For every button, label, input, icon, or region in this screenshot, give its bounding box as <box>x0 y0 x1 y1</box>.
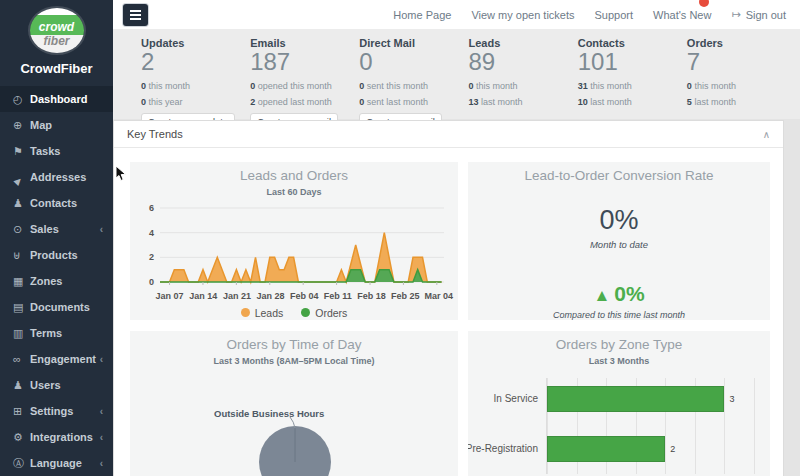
stat-subline-number: 0 <box>687 81 692 91</box>
stat-subline-number: 0 <box>359 97 364 107</box>
nav-link-label: Home Page <box>393 9 451 21</box>
sidebar-item-documents[interactable]: ▤Documents <box>0 294 113 320</box>
stat-subline-number: 0 <box>250 81 255 91</box>
x-tick-label: Jan 21 <box>223 291 251 301</box>
bar-pre-registration[interactable] <box>547 436 665 462</box>
sidebar-item-contacts[interactable]: ♟Contacts <box>0 190 113 216</box>
pie-circle <box>259 426 331 476</box>
bar-chart: In ServicePre-Registration 32 <box>468 378 754 474</box>
nav-link-home-page[interactable]: Home Page <box>393 9 451 21</box>
time-of-day-title: Orders by Time of Day <box>130 337 458 352</box>
stat-label: Orders <box>687 37 796 49</box>
conversion-rate-panel: Lead-to-Order Conversion Rate 0% Month t… <box>468 162 770 320</box>
map-icon: ⊕ <box>13 119 30 132</box>
sidebar-item-tasks[interactable]: ⚑Tasks <box>0 138 113 164</box>
sidebar-item-label: Addresses <box>30 171 103 183</box>
sidebar-item-label: Zones <box>30 275 103 287</box>
grid-line <box>754 378 755 474</box>
x-tick-label: Feb 25 <box>391 291 420 301</box>
sidebar-item-label: Dashboard <box>30 93 103 105</box>
sidebar-item-users[interactable]: ♟Users <box>0 372 113 398</box>
stat-subline: 5 last month <box>687 97 796 107</box>
stat-subline: 10 last month <box>578 97 687 107</box>
area-chart-plot[interactable] <box>160 205 446 289</box>
logo-text-top: crowd <box>39 20 74 34</box>
stat-subline: 0 this year <box>141 97 250 107</box>
pie-chart[interactable]: Outside Business Hours During Business H… <box>130 370 458 476</box>
crowdfiber-logo[interactable]: crowd fiber <box>30 8 84 53</box>
bar-in-service[interactable] <box>547 386 724 412</box>
zone-type-subtitle: Last 3 Months <box>468 356 770 366</box>
conversion-title: Lead-to-Order Conversion Rate <box>468 168 770 183</box>
stat-subline-number: 13 <box>469 97 479 107</box>
language-icon: Ⓐ <box>13 456 30 471</box>
leads-orders-panel: Leads and Orders Last 60 Days 0246 Jan 0… <box>130 162 458 320</box>
sidebar-item-addresses[interactable]: ▶Addresses <box>0 164 113 190</box>
y-tick-label: 2 <box>149 252 154 262</box>
addresses-icon: ▶ <box>12 167 31 186</box>
crowdfiber-dashboard: crowd fiber CrowdFiber ◴Dashboard⊕Map⚑Ta… <box>0 0 800 476</box>
sidebar-item-label: Language <box>30 457 100 469</box>
stat-card-contacts: Contacts10131 this month10 last month <box>578 37 687 119</box>
collapse-chevron-icon[interactable]: ∧ <box>763 129 770 140</box>
sidebar-item-zones[interactable]: ▦Zones <box>0 268 113 294</box>
nav-link-what-s-new[interactable]: What's New <box>653 9 711 21</box>
sidebar-item-engagement[interactable]: ∞Engagement‹ <box>0 346 113 372</box>
sidebar-item-label: Integrations <box>30 431 100 443</box>
top-nav: Home PageView my open ticketsSupportWhat… <box>393 8 786 21</box>
sidebar-item-sales[interactable]: ⊙Sales‹ <box>0 216 113 242</box>
stat-subline-number: 0 <box>141 81 146 91</box>
key-trends-body: Leads and Orders Last 60 Days 0246 Jan 0… <box>114 148 783 476</box>
terms-icon: ▥ <box>13 327 30 340</box>
sidebar-item-dashboard[interactable]: ◴Dashboard <box>0 86 113 112</box>
stat-subline-number: 10 <box>578 97 588 107</box>
x-tick-label: Feb 04 <box>290 291 319 301</box>
sidebar-item-label: Contacts <box>30 197 103 209</box>
y-tick-label: 0 <box>149 277 154 287</box>
sales-icon: ⊙ <box>13 223 30 236</box>
menu-toggle-button[interactable] <box>123 4 148 26</box>
stat-label: Direct Mail <box>359 37 468 49</box>
stat-subline: 0 sent this month <box>359 81 468 91</box>
legend-dot-icon <box>241 308 250 317</box>
users-icon: ♟ <box>13 379 30 392</box>
sidebar-item-terms[interactable]: ▥Terms <box>0 320 113 346</box>
stat-value: 2 <box>141 49 250 75</box>
top-bar: Home PageView my open ticketsSupportWhat… <box>113 0 800 29</box>
sidebar-item-settings[interactable]: ⊞Settings‹ <box>0 398 113 424</box>
sidebar-item-map[interactable]: ⊕Map <box>0 112 113 138</box>
leads-orders-subtitle: Last 60 Days <box>130 187 458 197</box>
nav-link-sign-out[interactable]: ↦Sign out <box>731 8 786 21</box>
key-trends-card: Key Trends ∧ Leads and Orders Last 60 Da… <box>113 120 784 476</box>
key-trends-header: Key Trends ∧ <box>114 121 783 148</box>
nav-link-view-my-open-tickets[interactable]: View my open tickets <box>471 9 574 21</box>
sidebar-item-label: Engagement <box>30 353 100 365</box>
conversion-value: 0% <box>468 205 770 236</box>
bar-chart-plot[interactable]: 32 <box>546 378 754 474</box>
sidebar-item-label: Settings <box>30 405 100 417</box>
sidebar-item-integrations[interactable]: ⚙Integrations‹ <box>0 424 113 450</box>
stat-subline: 13 last month <box>469 97 578 107</box>
contacts-icon: ♟ <box>13 197 30 210</box>
nav-link-support[interactable]: Support <box>595 9 634 21</box>
sidebar-item-label: Sales <box>30 223 100 235</box>
bar-category-label: Pre-Registration <box>468 443 538 454</box>
bar-value-label: 2 <box>670 436 675 462</box>
legend-item-leads: Leads <box>241 307 284 319</box>
sidebar-item-products[interactable]: ⊎Products <box>0 242 113 268</box>
pie-label-outside: Outside Business Hours <box>214 408 324 419</box>
notification-badge <box>699 0 709 7</box>
stat-subline: 0 sent last month <box>359 97 468 107</box>
sidebar-item-label: Products <box>30 249 103 261</box>
documents-icon: ▤ <box>13 301 30 314</box>
products-icon: ⊎ <box>13 249 30 262</box>
leads-orders-legend: LeadsOrders <box>130 307 458 319</box>
zone-type-title: Orders by Zone Type <box>468 337 770 352</box>
engagement-icon: ∞ <box>13 353 30 365</box>
sidebar-item-language[interactable]: ⒶLanguage‹ <box>0 450 113 476</box>
x-tick-label: Jan 28 <box>257 291 285 301</box>
y-axis-labels: 0246 <box>138 205 160 289</box>
conversion-delta: ▲0% <box>468 282 770 306</box>
integrations-icon: ⚙ <box>13 431 30 444</box>
legend-item-orders: Orders <box>301 307 347 319</box>
